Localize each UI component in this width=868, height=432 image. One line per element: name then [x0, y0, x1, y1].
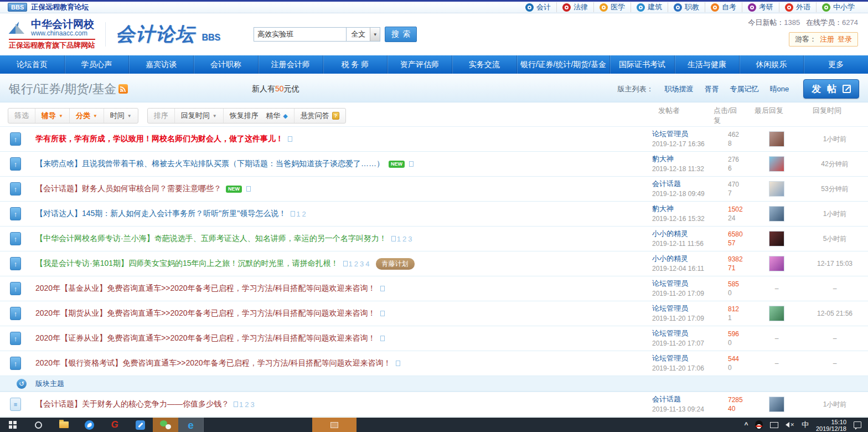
nav-item[interactable]: 税 务 师 [323, 55, 388, 74]
cortana-search-button[interactable] [25, 418, 51, 432]
nav-item[interactable]: 国际证书考试 [609, 55, 674, 74]
last-reply-avatar[interactable] [769, 306, 784, 321]
thread-page-links[interactable] [288, 136, 293, 142]
qq-icon[interactable] [755, 420, 763, 429]
dingtalk-button[interactable] [76, 418, 102, 432]
filter-category-dropdown[interactable]: 分类▼ [69, 109, 104, 123]
last-reply-avatar[interactable] [769, 256, 784, 271]
search-scope-select[interactable]: 全文 ▼ [347, 27, 380, 42]
thread-title-link[interactable]: 学有所获，学有所成，学以致用！网校名师们为财会人，做了这件事儿！ [35, 134, 283, 144]
thread-title-link[interactable]: 【我是会计专访·第101期】四师美女宝妈的15年向上之旅！沉默的时光里，请拼命扎… [35, 259, 339, 269]
thread-title-link[interactable]: 【对话达人】145期：新人如何走入会计事务所？听听"所里"领导怎么说！ [35, 209, 286, 219]
nav-item[interactable]: 会计职称 [193, 55, 258, 74]
thread-title-link[interactable]: 【会计话题】关于财务人的核心竞争力——你值多少钱？ [35, 399, 229, 409]
notification-icon[interactable] [854, 421, 861, 428]
thread-author-link[interactable]: 会计话题 [652, 395, 705, 404]
thread-author-link[interactable]: 论坛管理员 [652, 329, 705, 338]
file-explorer-button[interactable] [51, 418, 76, 432]
edge-button[interactable]: e [178, 418, 204, 432]
thread-title-link[interactable]: 2020年【期货从业】免费咨询直通车>>2020年备考已启程，学习方法/科目搭配… [35, 308, 376, 318]
thread-title-link[interactable]: 2020年【银行资格考试】免费咨询直通车>>2020年备考已启程，学习方法/科目… [35, 358, 391, 368]
g-app-button[interactable]: G [102, 418, 127, 432]
thread-title-link[interactable]: 【中华会计网校名师专访·兰小海】奇葩说选手、五师考证达人、知名讲师，幸运的另一个… [35, 234, 387, 244]
filter-time-dropdown[interactable]: 时间▼ [104, 109, 138, 123]
login-link[interactable]: 登录 [838, 34, 852, 44]
nav-item[interactable]: 论坛首页 [0, 55, 64, 74]
search-button[interactable]: 搜索 [385, 27, 417, 42]
moderator-link[interactable]: 职场摆渡 [665, 84, 694, 94]
last-reply-avatar[interactable] [769, 181, 784, 197]
wechat-button[interactable] [153, 418, 178, 432]
site-logo[interactable]: 中华会计网校 www.chinaacc.com 正保远程教育旗下品牌网站 [9, 19, 95, 50]
portal-link[interactable]: 自考 [705, 2, 742, 12]
last-reply-avatar[interactable] [769, 156, 784, 172]
last-reply-avatar[interactable] [769, 206, 784, 222]
thread-page-links[interactable] [380, 311, 386, 316]
portal-link[interactable]: 医学 [593, 2, 631, 12]
nav-item[interactable]: 注册会计师 [258, 55, 323, 74]
thread-page-links[interactable]: 1234 [343, 260, 371, 268]
thread-author-link[interactable]: 论坛管理员 [652, 304, 705, 313]
portal-link[interactable]: 职教 [668, 2, 705, 12]
nav-item[interactable]: 银行/证券/统计/期货/基金 [516, 55, 610, 74]
restore-sort-button[interactable]: 恢复排序 精华◆ [223, 109, 294, 123]
thread-author-link[interactable]: 小小的精灵 [652, 229, 705, 238]
thread-author-link[interactable]: 小小的精灵 [652, 254, 705, 263]
last-reply-avatar[interactable] [769, 131, 784, 147]
thread-title-link[interactable]: 【来唠点啥】且说我曾带着干粮、棉被去火车站排队买票（下期话题：当爸妈知道孩子谈恋… [35, 159, 384, 169]
moderator-link[interactable]: 胥胥 [705, 84, 719, 94]
thread-author-link[interactable]: 论坛管理员 [652, 354, 705, 363]
start-button[interactable] [0, 418, 25, 432]
notes-app-button[interactable] [127, 418, 153, 432]
last-reply-avatar[interactable] [769, 397, 784, 412]
portal-link[interactable]: 建筑 [631, 2, 668, 12]
search-input[interactable] [254, 27, 347, 42]
nav-item[interactable]: 嘉宾访谈 [128, 55, 193, 74]
nav-item[interactable]: 休闲娱乐 [739, 55, 804, 74]
thread-author-link[interactable]: 豹大神 [652, 155, 705, 163]
moderator-link[interactable]: 晴one [770, 84, 789, 94]
thread-page-links[interactable]: 123 [391, 235, 414, 243]
portal-link[interactable]: 中小学 [816, 2, 860, 12]
register-link[interactable]: 注册 [820, 34, 834, 44]
promo-text[interactable]: 新人有50元优 [252, 84, 299, 94]
taskbar-clock[interactable]: 15:10 2019/12/18 [816, 418, 846, 432]
thread-author-link[interactable]: 论坛管理员 [652, 130, 705, 138]
nav-item[interactable]: 实务交流 [452, 55, 516, 74]
thread-tag-badge[interactable]: 青藤计划 [376, 258, 415, 270]
thread-page-links[interactable] [380, 336, 386, 341]
thread-author-link[interactable]: 豹大神 [652, 204, 705, 213]
portal-link[interactable]: 法律 [556, 2, 593, 12]
thread-page-links[interactable] [246, 186, 252, 192]
digest-link[interactable]: 精华 [266, 111, 280, 121]
thread-author-link[interactable]: 会计话题 [652, 179, 705, 188]
nav-item[interactable]: 资产评估师 [387, 55, 452, 74]
thread-title-link[interactable]: 2020年【基金从业】免费咨询直通车>>2020年备考已启程，学习方法/科目搭配… [35, 284, 376, 294]
last-reply-avatar[interactable] [769, 231, 784, 246]
thread-page-links[interactable]: 123 [234, 400, 256, 409]
nav-item[interactable]: 更多 [803, 55, 868, 74]
thread-page-links[interactable]: 12 [291, 210, 307, 218]
nav-item[interactable]: 学员心声 [64, 55, 129, 74]
portal-link[interactable]: 外语 [779, 2, 816, 12]
bounty-qa-button[interactable]: 悬赏问答? [294, 109, 345, 123]
filter-tutoring-dropdown[interactable]: 辅导▼ [35, 109, 69, 123]
portal-link[interactable]: 考研 [742, 2, 779, 12]
nav-item[interactable]: 生活与健康 [674, 55, 739, 74]
thread-page-links[interactable] [396, 361, 401, 366]
chevron-down-icon[interactable]: ▼ [370, 28, 380, 41]
rss-icon[interactable] [118, 84, 128, 94]
moderator-link[interactable]: 专属记忆 [730, 84, 759, 94]
thread-page-links[interactable] [409, 161, 415, 167]
thread-title-link[interactable]: 【会计话题】财务人员如何审核合同？需要注意哪些？ [35, 184, 221, 194]
thread-page-links[interactable] [380, 286, 386, 291]
ime-indicator[interactable]: 中 [802, 420, 809, 430]
flashing-app-button[interactable] [312, 418, 356, 432]
new-post-button[interactable]: 发 帖 [803, 79, 859, 99]
volume-muted-icon[interactable]: ✕ [786, 422, 794, 428]
chevron-up-icon[interactable]: ^ [744, 421, 748, 429]
sort-replytime-dropdown[interactable]: 回复时间▼ [174, 109, 223, 123]
portal-link[interactable]: 会计 [520, 2, 556, 12]
thread-title-link[interactable]: 2020年【证券从业】免费咨询直通车>>2020年备考已启程，学习方法/科目搭配… [35, 333, 376, 343]
display-icon[interactable] [770, 422, 778, 428]
